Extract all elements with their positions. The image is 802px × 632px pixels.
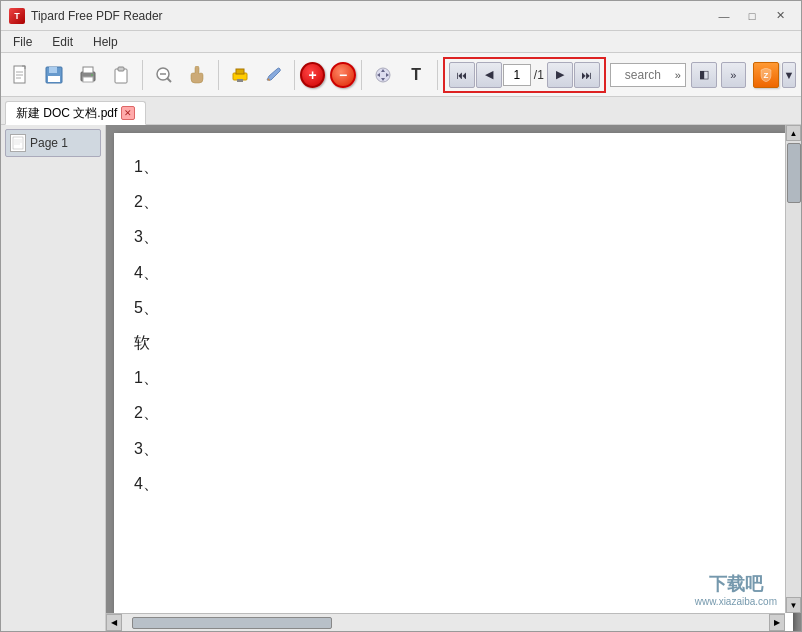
pdf-line-4: 4、 [134, 255, 773, 290]
pdf-page: 1、 2、 3、 4、 5、 软 1、 2、 3、 4、 [114, 133, 793, 631]
pdf-line-6: 软 [134, 325, 773, 360]
first-page-button[interactable]: ⏮ [449, 62, 475, 88]
watermark: 下载吧 www.xiazaiba.com [695, 572, 777, 607]
separator-1 [142, 60, 143, 90]
hscroll-track [122, 614, 769, 631]
last-page-button[interactable]: ⏭ [574, 62, 600, 88]
view-mode-button[interactable]: ◧ [691, 62, 717, 88]
svg-text:Z: Z [764, 71, 769, 80]
hand-tool-button[interactable] [181, 59, 212, 91]
prev-page-button[interactable]: ◀ [476, 62, 502, 88]
sidebar-page-label: Page 1 [30, 136, 68, 150]
window-controls: — □ ✕ [711, 6, 793, 26]
search-go-button[interactable]: » [673, 69, 683, 81]
scroll-left-arrow[interactable]: ◀ [106, 614, 122, 631]
pdf-content: 1、 2、 3、 4、 5、 软 1、 2、 3、 4、 ▲ ▼ ◀ [106, 125, 801, 631]
scroll-thumb[interactable] [787, 143, 801, 203]
separator-4 [361, 60, 362, 90]
pdf-line-10: 4、 [134, 466, 773, 501]
pdf-line-2: 2、 [134, 184, 773, 219]
svg-rect-9 [83, 77, 93, 82]
svg-rect-6 [48, 76, 60, 82]
text-button[interactable]: T [400, 59, 431, 91]
clipboard-button[interactable] [105, 59, 136, 91]
sidebar: Page 1 [1, 125, 106, 631]
svg-point-10 [91, 74, 93, 76]
svg-rect-5 [49, 67, 57, 73]
pan-button[interactable] [367, 59, 398, 91]
svg-rect-21 [13, 137, 23, 149]
pencil-button[interactable] [257, 59, 288, 91]
horizontal-scrollbar[interactable]: ◀ ▶ [106, 613, 785, 631]
tipard-badge-button[interactable]: Z [753, 62, 779, 88]
scroll-down-arrow[interactable]: ▼ [786, 597, 801, 613]
tab-bar: 新建 DOC 文档.pdf ✕ [1, 97, 801, 125]
svg-rect-12 [118, 67, 124, 71]
page-separator: /1 [532, 68, 546, 82]
svg-line-15 [167, 78, 171, 82]
hscroll-thumb[interactable] [132, 617, 332, 629]
search-input[interactable] [613, 68, 673, 82]
maximize-button[interactable]: □ [739, 6, 765, 26]
search-area: » [610, 63, 686, 87]
scroll-up-arrow[interactable]: ▲ [786, 125, 801, 141]
print-button[interactable] [72, 59, 103, 91]
sidebar-page-1[interactable]: Page 1 [5, 129, 101, 157]
dropdown-button[interactable]: ▼ [782, 62, 796, 88]
toolbar: + − T ⏮ ◀ 1 /1 ▶ ⏭ » ◧ » [1, 53, 801, 97]
zoom-in-button[interactable] [148, 59, 179, 91]
svg-rect-17 [236, 69, 244, 74]
navigation-toolbar: ⏮ ◀ 1 /1 ▶ ⏭ [443, 57, 606, 93]
pdf-line-8: 2、 [134, 395, 773, 430]
pdf-line-9: 3、 [134, 431, 773, 466]
menu-bar: File Edit Help [1, 31, 801, 53]
minimize-button[interactable]: — [711, 6, 737, 26]
page-number-input[interactable]: 1 [503, 64, 531, 86]
pdf-line-5: 5、 [134, 290, 773, 325]
more-button[interactable]: » [721, 62, 747, 88]
app-title: Tipard Free PDF Reader [31, 9, 711, 23]
tab-close-button[interactable]: ✕ [121, 106, 135, 120]
app-icon: T [9, 8, 25, 24]
pdf-line-1: 1、 [134, 149, 773, 184]
title-bar: T Tipard Free PDF Reader — □ ✕ [1, 1, 801, 31]
zoom-add-button[interactable]: + [300, 62, 326, 88]
tab-label: 新建 DOC 文档.pdf [16, 105, 117, 122]
menu-edit[interactable]: Edit [44, 33, 81, 51]
tab-document[interactable]: 新建 DOC 文档.pdf ✕ [5, 101, 146, 125]
page-thumbnail [10, 134, 26, 152]
svg-rect-18 [237, 79, 243, 82]
separator-2 [218, 60, 219, 90]
separator-5 [437, 60, 438, 90]
menu-help[interactable]: Help [85, 33, 126, 51]
svg-rect-8 [83, 67, 93, 73]
zoom-remove-button[interactable]: − [330, 62, 356, 88]
highlight-button[interactable] [224, 59, 255, 91]
pdf-text-area: 1、 2、 3、 4、 5、 软 1、 2、 3、 4、 [114, 133, 793, 517]
menu-file[interactable]: File [5, 33, 40, 51]
main-content: Page 1 1、 2、 3、 4、 5、 软 1、 2、 3、 4、 ▲ ▼ [1, 125, 801, 631]
new-doc-button[interactable] [5, 59, 36, 91]
vertical-scrollbar[interactable]: ▲ ▼ [785, 125, 801, 613]
save-button[interactable] [38, 59, 69, 91]
pdf-line-3: 3、 [134, 219, 773, 254]
next-page-button[interactable]: ▶ [547, 62, 573, 88]
close-button[interactable]: ✕ [767, 6, 793, 26]
separator-3 [294, 60, 295, 90]
scroll-right-arrow[interactable]: ▶ [769, 614, 785, 631]
pdf-line-7: 1、 [134, 360, 773, 395]
